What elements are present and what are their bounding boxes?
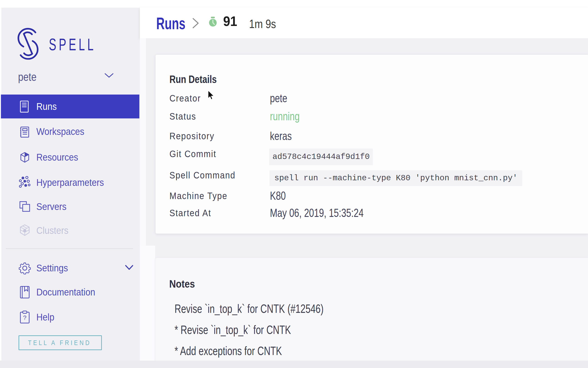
svg-text:?: ? bbox=[23, 314, 26, 321]
